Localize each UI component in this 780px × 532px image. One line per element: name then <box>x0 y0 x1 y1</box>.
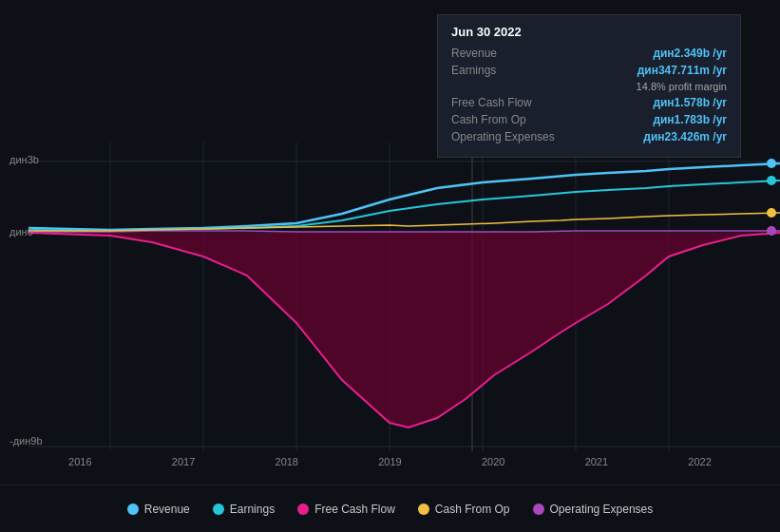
legend-item-opex[interactable]: Operating Expenses <box>533 503 654 516</box>
tooltip-row-revenue: Revenue дин2.349b /yr <box>451 47 727 60</box>
legend-dot-opex <box>533 504 544 515</box>
tooltip-date: Jun 30 2022 <box>451 25 727 39</box>
x-label-2020: 2020 <box>482 456 504 467</box>
chart-area: дин3b дин0 -дин9b 2016 2017 2018 2019 20… <box>0 0 780 475</box>
legend-dot-cfo <box>418 504 429 515</box>
legend-label-earnings: Earnings <box>230 503 275 516</box>
svg-point-15 <box>767 208 776 218</box>
tooltip-row-earnings: Earnings дин347.711m /yr <box>451 64 727 77</box>
legend-item-cfo[interactable]: Cash From Op <box>418 503 510 516</box>
x-label-2018: 2018 <box>276 456 298 467</box>
legend-item-revenue[interactable]: Revenue <box>127 503 190 516</box>
legend-item-fcf[interactable]: Free Cash Flow <box>297 503 395 516</box>
x-label-2022: 2022 <box>688 456 711 467</box>
tooltip-row-margin: 14.8% profit margin <box>451 81 727 92</box>
svg-point-14 <box>767 226 776 236</box>
legend-dot-fcf <box>297 504 309 515</box>
legend-dot-earnings <box>213 504 224 515</box>
x-axis-labels: 2016 2017 2018 2019 2020 2021 2022 <box>0 456 780 467</box>
tooltip-value-fcf: дин1.578b /yr <box>653 96 727 109</box>
tooltip-row-opex: Operating Expenses дин23.426m /yr <box>451 130 727 143</box>
y-label-top: дин3b <box>10 154 39 165</box>
tooltip-label-cfo: Cash From Op <box>451 113 565 126</box>
tooltip-value-cfo: дин1.783b /yr <box>653 113 727 126</box>
tooltip-label-earnings: Earnings <box>451 64 565 77</box>
legend-label-fcf: Free Cash Flow <box>314 503 395 516</box>
tooltip: Jun 30 2022 Revenue дин2.349b /yr Earnin… <box>437 14 741 158</box>
y-label-mid: дин0 <box>10 226 33 238</box>
tooltip-label-opex: Operating Expenses <box>451 130 565 143</box>
tooltip-row-cfo: Cash From Op дин1.783b /yr <box>451 113 727 126</box>
tooltip-row-fcf: Free Cash Flow дин1.578b /yr <box>451 96 727 109</box>
legend-label-cfo: Cash From Op <box>435 503 510 516</box>
legend-label-revenue: Revenue <box>144 503 190 516</box>
svg-point-13 <box>767 176 776 185</box>
legend-bar: Revenue Earnings Free Cash Flow Cash Fro… <box>0 484 780 532</box>
tooltip-label-revenue: Revenue <box>451 47 565 60</box>
tooltip-value-opex: дин23.426m /yr <box>643 130 727 143</box>
x-label-2019: 2019 <box>378 456 401 467</box>
tooltip-label-fcf: Free Cash Flow <box>451 96 565 109</box>
x-label-2016: 2016 <box>68 456 91 467</box>
tooltip-value-revenue: дин2.349b /yr <box>653 47 727 60</box>
tooltip-value-earnings: дин347.711m /yr <box>637 64 727 77</box>
tooltip-value-margin: 14.8% profit margin <box>637 81 727 92</box>
legend-label-opex: Operating Expenses <box>550 503 654 516</box>
legend-dot-revenue <box>127 504 139 515</box>
x-label-2017: 2017 <box>172 456 195 467</box>
y-label-bot: -дин9b <box>10 435 43 446</box>
x-label-2021: 2021 <box>585 456 608 467</box>
legend-item-earnings[interactable]: Earnings <box>213 503 275 516</box>
svg-point-12 <box>767 159 776 168</box>
